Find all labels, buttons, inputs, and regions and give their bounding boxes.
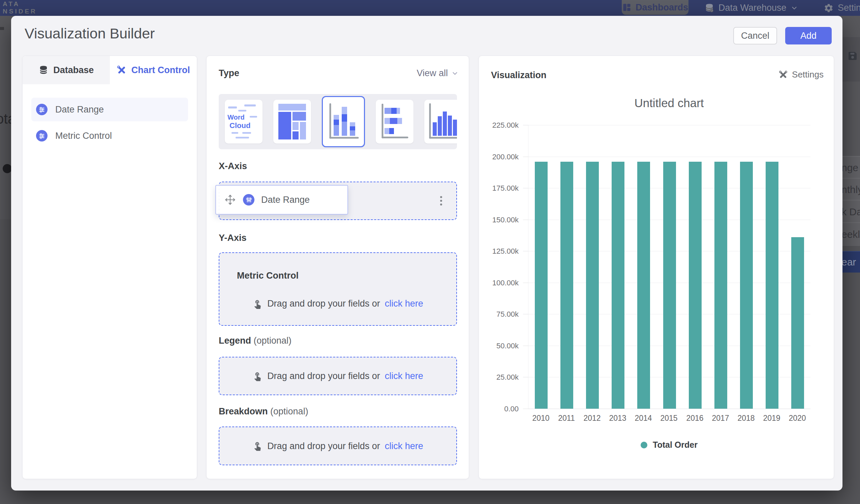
view-all-dropdown[interactable]: View all bbox=[417, 68, 459, 78]
breakdown-label-text: Breakdown bbox=[219, 406, 268, 416]
chart-legend[interactable]: Total Order bbox=[528, 440, 810, 450]
click-here-link[interactable]: click here bbox=[385, 371, 423, 381]
bar-2011[interactable] bbox=[560, 162, 573, 409]
type-card-column[interactable] bbox=[424, 100, 457, 144]
x-axis-tick-label: 2018 bbox=[733, 414, 759, 423]
control-panel: Database Chart Control Date Range Met bbox=[22, 56, 197, 479]
x-axis-tick-label: 2019 bbox=[759, 414, 785, 423]
visualization-header: Visualization bbox=[491, 70, 547, 81]
breakdown-dropzone[interactable]: Drag and drop your fields or click here bbox=[219, 427, 457, 465]
tools-icon bbox=[117, 65, 127, 75]
chart-x-axis-labels: 2010201120122013201420152016201720182019… bbox=[528, 414, 810, 424]
top-nav: ATA NSIDER Dashboards Data Warehouse Set… bbox=[0, 0, 860, 16]
x-axis-tick-label: 2014 bbox=[631, 414, 656, 423]
tab-database[interactable]: Database bbox=[23, 56, 110, 84]
chart-settings-label: Settings bbox=[792, 69, 823, 80]
chart-type-selector: Word Cloud bbox=[219, 94, 457, 149]
bar-2016[interactable] bbox=[689, 162, 702, 409]
background-dropdown-row: ear bbox=[841, 251, 860, 273]
y-axis-tick bbox=[523, 251, 528, 251]
bar-2015[interactable] bbox=[663, 162, 676, 409]
y-axis-dropzone[interactable]: Metric Control Drag and drop your fields… bbox=[219, 252, 457, 326]
visualization-builder-modal: Visualization Builder Cancel Add Databas… bbox=[11, 16, 843, 491]
control-panel-tabs: Database Chart Control bbox=[23, 56, 197, 84]
legend-dropzone[interactable]: Drag and drop your fields or click here bbox=[219, 357, 457, 395]
view-all-label: View all bbox=[417, 68, 448, 78]
y-axis-tick-label: 25.00k bbox=[497, 373, 519, 382]
type-card-stacked-column[interactable] bbox=[322, 96, 365, 147]
bar-2018[interactable] bbox=[740, 162, 753, 409]
bar-2012[interactable] bbox=[586, 162, 599, 409]
y-axis-tick bbox=[523, 125, 528, 125]
field-item-date-range[interactable]: Date Range bbox=[31, 98, 188, 121]
visualization-panel: Visualization Settings Untitled chart 22… bbox=[478, 56, 834, 479]
background-dropdown-row: nge bbox=[841, 156, 860, 178]
chevron-down-icon bbox=[451, 70, 459, 77]
type-card-word-cloud[interactable]: Word Cloud bbox=[225, 100, 262, 144]
bar-2010[interactable] bbox=[535, 162, 548, 409]
y-axis-tick bbox=[523, 283, 528, 283]
touch-icon bbox=[253, 299, 262, 309]
tab-chart-control[interactable]: Chart Control bbox=[110, 56, 197, 84]
dashboard-icon bbox=[622, 3, 632, 12]
x-axis-tick-label: 2010 bbox=[528, 414, 554, 423]
y-axis-tick-label: 100.00k bbox=[492, 278, 519, 287]
y-axis-tick-label: 50.00k bbox=[497, 342, 519, 350]
y-axis-tick-label: 0.00 bbox=[504, 405, 519, 413]
type-card-stacked-bar-horizontal[interactable] bbox=[376, 100, 414, 144]
touch-icon bbox=[253, 441, 262, 451]
bar-2013[interactable] bbox=[612, 162, 625, 409]
y-axis-tick-label: 150.00k bbox=[492, 216, 519, 225]
bar-2014[interactable] bbox=[637, 162, 650, 409]
y-axis-tick-label: 175.00k bbox=[492, 184, 519, 193]
nav-item-settings: Settings bbox=[823, 0, 860, 16]
drag-chip-label: Date Range bbox=[261, 195, 310, 205]
click-here-link[interactable]: click here bbox=[385, 299, 423, 309]
dragged-field-chip[interactable]: Date Range bbox=[215, 185, 348, 215]
chart-settings-button[interactable]: Settings bbox=[778, 69, 823, 80]
tab-database-label: Database bbox=[53, 65, 94, 75]
chart-control-field-list: Date Range Metric Control bbox=[23, 98, 197, 147]
field-item-metric-control[interactable]: Metric Control bbox=[31, 124, 188, 147]
app-logo: ATA NSIDER bbox=[3, 0, 37, 15]
bar-2019[interactable] bbox=[766, 162, 778, 409]
type-card-treemap[interactable] bbox=[273, 100, 311, 144]
database-icon bbox=[39, 65, 48, 75]
move-icon bbox=[224, 194, 236, 206]
x-axis-section-label: X-Axis bbox=[219, 161, 247, 172]
chevron-down-icon bbox=[791, 4, 798, 12]
y-axis-tick bbox=[523, 220, 528, 220]
tab-chart-control-label: Chart Control bbox=[131, 65, 190, 75]
bar-2017[interactable] bbox=[714, 162, 727, 409]
logo-line-2: NSIDER bbox=[3, 8, 37, 15]
nav-item-data-warehouse: Data Warehouse bbox=[704, 0, 798, 16]
nav-data-warehouse-label: Data Warehouse bbox=[718, 3, 787, 13]
drop-hint-text: Drag and drop your fields or bbox=[267, 299, 380, 309]
logo-line-1: ATA bbox=[3, 0, 37, 8]
x-axis-tick-label: 2013 bbox=[605, 414, 631, 423]
bar-2020[interactable] bbox=[791, 237, 804, 409]
gridline bbox=[528, 157, 811, 157]
builder-panel: Type View all Word Cloud bbox=[206, 56, 469, 479]
gridline bbox=[528, 125, 811, 125]
metric-control-box-title: Metric Control bbox=[237, 271, 299, 281]
gear-icon bbox=[823, 3, 834, 13]
kebab-menu-icon[interactable] bbox=[440, 196, 442, 205]
legend-series-dot bbox=[641, 442, 647, 448]
legend-optional-text: (optional) bbox=[254, 335, 292, 346]
add-button[interactable]: Add bbox=[785, 27, 832, 44]
page-title: Visualization Builder bbox=[25, 25, 155, 42]
drop-hint-text: Drag and drop your fields or bbox=[267, 371, 380, 381]
save-icon bbox=[847, 51, 858, 61]
tune-icon bbox=[36, 130, 47, 142]
click-here-link[interactable]: click here bbox=[385, 441, 423, 451]
background-dropdown-row: eekly bbox=[841, 222, 860, 246]
word-cloud-word: Word bbox=[228, 114, 245, 120]
legend-section-label: Legend (optional) bbox=[219, 335, 291, 346]
y-axis-tick bbox=[523, 157, 528, 157]
y-axis-tick bbox=[523, 314, 528, 314]
chart-y-axis-labels: 225.00k200.00k175.00k150.00k125.00k100.0… bbox=[479, 125, 519, 409]
cancel-button[interactable]: Cancel bbox=[733, 27, 777, 44]
x-axis-tick-label: 2016 bbox=[682, 414, 708, 423]
x-axis-tick-label: 2017 bbox=[708, 414, 733, 423]
